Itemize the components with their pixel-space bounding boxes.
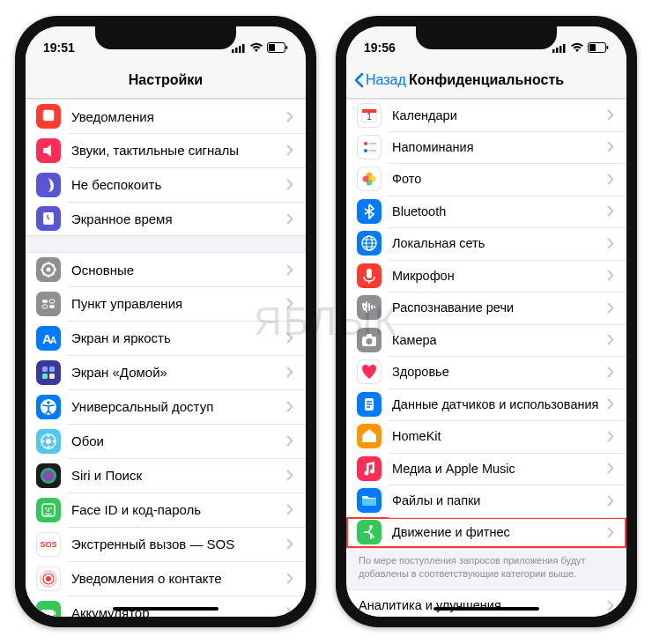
row-label: Основные [71,263,286,278]
chevron-right-icon [607,238,614,249]
reminders-icon [357,135,382,159]
settings-row[interactable]: SOSЭкстренный вызов — SOS [26,527,306,561]
settings-row[interactable]: Камера [346,324,626,357]
settings-row[interactable]: Файлы и папки [346,485,626,517]
dnd-icon [36,173,61,197]
settings-row[interactable]: HomeKit [346,420,626,453]
svg-point-32 [45,507,47,509]
phone-right: 19:56 Назад Конфиденциальность 1Календар… [336,16,637,627]
svg-point-61 [367,338,373,344]
camera-icon [357,328,382,352]
chevron-right-icon [286,332,293,344]
status-time: 19:51 [43,41,75,55]
row-label: Экран «Домой» [71,365,286,380]
chevron-right-icon [607,463,614,474]
settings-row[interactable]: AAЭкран и яркость [26,321,306,355]
display-icon: AA [36,326,61,351]
page-title: Настройки [129,72,203,88]
faceid-icon [36,498,61,522]
settings-row[interactable]: Микрофон [346,260,626,292]
chevron-right-icon [286,179,293,190]
settings-row[interactable]: Уведомления о контакте [26,561,306,596]
svg-rect-37 [41,610,54,617]
settings-row[interactable]: 1Календари [346,99,626,131]
chevron-right-icon [286,538,293,550]
settings-row[interactable]: Пункт управления [26,286,306,321]
motion-icon [357,520,382,544]
row-label: Локальная сеть [392,236,607,250]
svg-point-51 [364,149,367,152]
chevron-right-icon [607,302,614,314]
settings-row[interactable]: Siri и Поиск [26,458,306,492]
svg-rect-19 [49,366,55,372]
control-center-icon [36,292,61,316]
back-button[interactable]: Назад [353,72,406,88]
svg-rect-40 [556,48,559,53]
settings-row[interactable]: Не беспокоить [26,167,306,202]
row-label: Экран и яркость [71,330,286,345]
settings-row[interactable]: Экранное время [26,202,306,236]
section-footnote: По мере поступления запросов приложения … [346,549,626,582]
settings-row[interactable]: Данные датчиков и использования [346,389,626,421]
status-time: 19:56 [364,41,396,55]
battery-icon-status [267,42,288,53]
speech-icon [357,295,382,320]
home-indicator[interactable] [113,607,219,611]
chevron-right-icon [286,298,293,309]
svg-rect-12 [42,300,48,303]
chevron-right-icon [286,264,293,276]
accessibility-icon [36,395,61,419]
svg-rect-41 [559,46,562,53]
sounds-icon [36,138,61,163]
chevron-right-icon [286,111,293,122]
cellular-icon [552,43,567,53]
settings-row[interactable]: Универсальный доступ [26,389,306,424]
page-title: Конфиденциальность [409,72,564,88]
svg-rect-39 [552,49,555,53]
svg-rect-0 [232,49,234,53]
svg-point-56 [363,176,369,182]
settings-row[interactable]: Звуки, тактильные сигналы [26,133,306,167]
row-label: Микрофон [392,269,607,283]
svg-rect-64 [362,499,376,506]
microphone-icon [357,263,382,288]
settings-row[interactable]: Аккумулятор [26,596,306,617]
battery-icon-status [588,42,609,53]
svg-rect-21 [49,374,55,379]
svg-text:A: A [50,336,56,345]
svg-rect-7 [42,109,55,122]
settings-row[interactable]: Фото [346,163,626,196]
svg-point-11 [47,268,51,272]
settings-row[interactable]: Медиа и Apple Music [346,453,626,485]
settings-row[interactable]: Обои [26,424,306,458]
settings-row[interactable]: Уведомления [26,99,306,133]
settings-row[interactable]: Основные [26,252,306,286]
home-indicator[interactable] [433,607,539,611]
bluetooth-icon [357,199,382,224]
wifi-icon [570,42,584,53]
settings-row[interactable]: Bluetooth [346,196,626,228]
settings-row[interactable]: Движение и фитнес [346,517,626,550]
settings-row[interactable]: Локальная сеть [346,227,626,260]
settings-row[interactable]: Распознавание речи [346,292,626,324]
svg-point-30 [41,468,56,484]
settings-row[interactable]: Face ID и код-пароль [26,492,306,527]
chevron-right-icon [286,435,293,447]
wifi-icon [249,42,263,53]
row-label: Экранное время [71,211,286,226]
chevron-right-icon [607,495,614,507]
settings-row[interactable]: Напоминания [346,131,626,164]
svg-rect-59 [367,269,372,278]
svg-rect-42 [563,44,566,53]
settings-row[interactable]: Аналитика и улучшения [346,589,626,617]
row-label: Не беспокоить [71,177,286,192]
settings-row[interactable]: Экран «Домой» [26,355,306,389]
svg-rect-20 [42,374,48,379]
chevron-right-icon [607,109,614,121]
chevron-right-icon [286,401,293,412]
notch [95,26,236,49]
settings-row[interactable]: Здоровье [346,356,626,389]
health-icon [357,359,382,384]
row-label: Аналитика и улучшения [359,598,607,612]
chevron-right-icon [607,527,614,538]
